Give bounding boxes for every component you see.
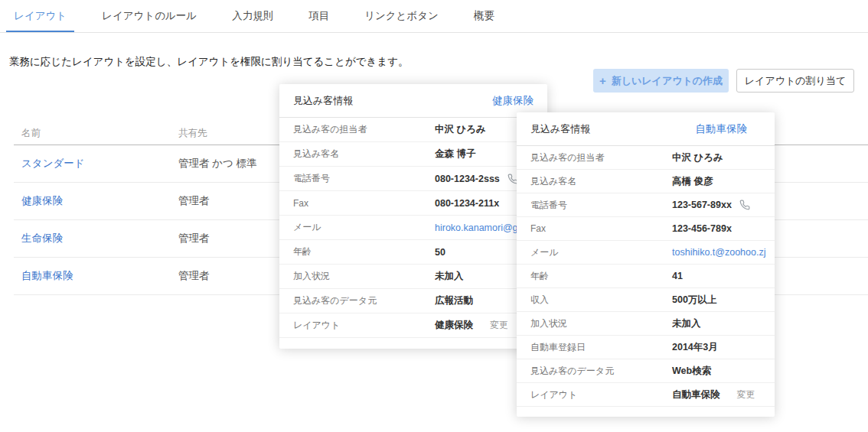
- field-row: 見込み客の担当者 中沢 ひろみ: [517, 146, 775, 170]
- email-link[interactable]: toshihiko.t@zoohoo.zj: [672, 247, 765, 258]
- field-row: レイアウト 自動車保険 変更: [517, 383, 775, 407]
- card-header: 見込み客情報 自動車保険: [517, 112, 775, 146]
- tab-fields[interactable]: 項目: [308, 0, 329, 32]
- field-row: 見込み客のデータ元 広報活動: [279, 289, 547, 313]
- field-value: 080-1234-211x: [435, 198, 499, 209]
- field-label: 電話番号: [530, 199, 672, 212]
- field-value: 広報活動: [435, 294, 473, 307]
- create-layout-label: 新しいレイアウトの作成: [612, 74, 723, 88]
- field-row: Fax 080-1234-211x: [279, 191, 547, 216]
- field-row: 年齢 50: [279, 240, 547, 265]
- change-layout-link[interactable]: 変更: [737, 388, 755, 401]
- layout-value: 健康保険: [435, 319, 473, 332]
- tab-summary[interactable]: 概要: [474, 0, 494, 32]
- plus-icon: +: [599, 74, 606, 87]
- field-label: 見込み客のデータ元: [293, 294, 435, 307]
- field-value: 123-456-789x: [672, 223, 732, 234]
- field-row: 加入状況 未加入: [279, 265, 547, 289]
- field-row: 見込み客名 高橋 俊彦: [517, 170, 775, 193]
- tab-validation[interactable]: 入力規則: [232, 0, 273, 32]
- field-row: 見込み客名 金森 博子: [279, 142, 547, 167]
- layout-name-link[interactable]: 健康保険: [14, 194, 178, 208]
- field-row: メール toshihiko.t@zoohoo.zj: [517, 241, 775, 265]
- field-row: 見込み客の担当者 中沢 ひろみ: [279, 118, 547, 142]
- create-layout-button[interactable]: + 新しいレイアウトの作成: [593, 69, 729, 93]
- field-value: 未加入: [672, 317, 701, 330]
- field-label: レイアウト: [530, 388, 672, 401]
- field-value: 50: [435, 247, 445, 258]
- field-label: 自動車登録日: [530, 341, 672, 354]
- field-row: 見込み客のデータ元 Web検索: [517, 359, 775, 383]
- layout-name-link[interactable]: スタンダード: [14, 157, 178, 171]
- layout-settings-page: { "tabs": [ {"label": "レイアウト", "active":…: [0, 0, 868, 432]
- field-value: 高橋 俊彦: [672, 175, 713, 188]
- field-label: 収入: [530, 294, 672, 307]
- card-layout-link[interactable]: 自動車保険: [696, 122, 748, 136]
- layout-name-link[interactable]: 生命保険: [14, 232, 178, 245]
- field-label: 見込み客名: [293, 148, 435, 161]
- field-label: 見込み客の担当者: [293, 123, 435, 136]
- field-value: 金森 博子: [435, 148, 475, 161]
- card-layout-link[interactable]: 健康保険: [492, 94, 534, 108]
- lead-preview-card-health: 見込み客情報 健康保険 見込み客の担当者 中沢 ひろみ 見込み客名 金森 博子 …: [279, 84, 547, 349]
- phone-value: 080-1234-2sss: [435, 174, 500, 184]
- field-row: 年齢 41: [517, 265, 775, 288]
- tab-layout-rules[interactable]: レイアウトのルール: [102, 0, 197, 32]
- field-label: 年齢: [293, 245, 435, 258]
- phone-icon[interactable]: [739, 200, 750, 210]
- field-value: 中沢 ひろみ: [435, 123, 486, 136]
- field-label: 年齢: [530, 270, 672, 283]
- field-value: 500万以上: [672, 294, 716, 307]
- field-value: 41: [672, 271, 683, 281]
- field-row: Fax 123-456-789x: [517, 217, 775, 241]
- field-value: 080-1234-2sss: [435, 174, 518, 184]
- field-label: 見込み客名: [530, 175, 672, 188]
- field-label: Fax: [530, 223, 672, 234]
- field-label: Fax: [293, 198, 435, 209]
- card-title: 見込み客情報: [530, 122, 590, 136]
- field-label: 電話番号: [293, 172, 435, 185]
- card-title: 見込み客情報: [293, 94, 353, 108]
- field-label: レイアウト: [293, 319, 435, 332]
- field-row: メール hiroko.kanamori@gma: [279, 216, 547, 240]
- field-row: 電話番号 080-1234-2sss: [279, 167, 547, 191]
- tab-links-buttons[interactable]: リンクとボタン: [364, 0, 439, 32]
- field-value: 2014年3月: [672, 341, 718, 354]
- column-header-name: 名前: [14, 127, 178, 140]
- field-value: 中沢 ひろみ: [672, 151, 723, 164]
- lead-preview-card-auto: 見込み客情報 自動車保険 見込み客の担当者 中沢 ひろみ 見込み客名 高橋 俊彦…: [517, 112, 775, 417]
- card-header: 見込み客情報 健康保険: [279, 84, 547, 118]
- page-description: 業務に応じたレイアウトを設定し、レイアウトを権限に割り当てることができます。: [9, 55, 409, 69]
- field-row: レイアウト 健康保険 変更: [279, 313, 547, 338]
- field-value: Web検索: [672, 365, 711, 378]
- field-row: 収入 500万以上: [517, 288, 775, 312]
- field-row: 加入状況 未加入: [517, 312, 775, 336]
- field-row: 自動車登録日 2014年3月: [517, 336, 775, 359]
- field-value: 健康保険 変更: [435, 319, 508, 332]
- field-label: 加入状況: [293, 270, 435, 283]
- field-value: 123-567-89xx: [672, 200, 750, 210]
- layout-name-link[interactable]: 自動車保険: [14, 269, 178, 283]
- field-value: 未加入: [435, 270, 464, 283]
- field-row: 電話番号 123-567-89xx: [517, 193, 775, 217]
- field-label: 見込み客の担当者: [530, 151, 672, 164]
- module-tabbar: レイアウト レイアウトのルール 入力規則 項目 リンクとボタン 概要: [0, 0, 868, 33]
- field-value: 自動車保険 変更: [672, 388, 755, 401]
- field-label: 見込み客のデータ元: [530, 365, 672, 378]
- assign-layout-label: レイアウトの割り当て: [745, 74, 846, 88]
- tab-layout[interactable]: レイアウト: [14, 0, 67, 32]
- phone-value: 123-567-89xx: [672, 200, 732, 210]
- change-layout-link[interactable]: 変更: [490, 319, 508, 332]
- assign-layout-button[interactable]: レイアウトの割り当て: [736, 69, 854, 93]
- field-label: 加入状況: [530, 317, 672, 330]
- field-label: メール: [530, 246, 672, 259]
- field-label: メール: [293, 221, 435, 234]
- layout-value: 自動車保険: [672, 388, 720, 401]
